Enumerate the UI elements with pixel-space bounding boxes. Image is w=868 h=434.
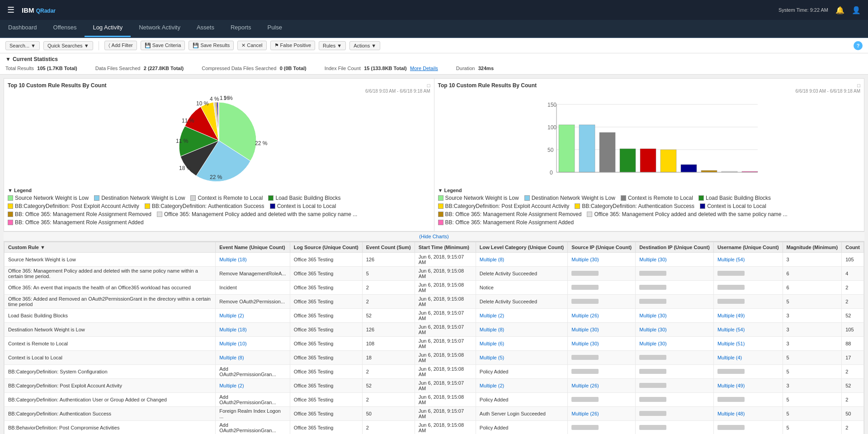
table-cell-6[interactable]: Multiple (30) bbox=[568, 253, 636, 267]
table-cell-7[interactable]: Multiple (30) bbox=[636, 309, 714, 323]
hamburger-menu[interactable]: ☰ bbox=[7, 5, 14, 15]
table-cell-7[interactable]: Multiple (30) bbox=[636, 253, 714, 267]
table-cell-0: BB:CategoryDefinition: Post Exploit Acco… bbox=[5, 379, 216, 393]
r-legend-label-10: BB: Office 365: Management Role Assignme… bbox=[445, 219, 574, 226]
table-cell-6[interactable]: Multiple (26) bbox=[568, 309, 636, 323]
th-log-source[interactable]: Log Source (Unique Count) bbox=[290, 242, 362, 253]
nav-item-offenses[interactable]: Offenses bbox=[45, 19, 85, 37]
bar-6[interactable] bbox=[660, 150, 676, 172]
more-details-link[interactable]: More Details bbox=[410, 66, 438, 71]
table-cell-5[interactable]: Multiple (2) bbox=[476, 309, 567, 323]
table-cell-4: Jun 6, 2018, 9:15:08 AM bbox=[415, 267, 476, 281]
rules-button[interactable]: Rules ▼ bbox=[319, 41, 346, 50]
hide-charts-link[interactable]: (Hide Charts) bbox=[4, 231, 864, 241]
save-results-button[interactable]: 💾 Save Results bbox=[189, 41, 234, 50]
table-cell-5[interactable]: Multiple (8) bbox=[476, 323, 567, 337]
bar-5[interactable] bbox=[640, 149, 656, 172]
table-cell-8[interactable]: Multiple (54) bbox=[713, 323, 783, 337]
table-cell-6[interactable]: Multiple (26) bbox=[568, 379, 636, 393]
th-event-count[interactable]: Event Count (Sum) bbox=[362, 242, 415, 253]
table-row[interactable]: Office 365: An event that impacts the he… bbox=[5, 281, 864, 295]
right-legend-title[interactable]: ▼ Legend bbox=[438, 188, 861, 193]
table-cell-8[interactable]: Multiple (54) bbox=[713, 253, 783, 267]
table-cell-8[interactable]: Multiple (48) bbox=[713, 407, 783, 421]
toolbar-separator bbox=[99, 41, 99, 50]
table-row[interactable]: BB:CategoryDefinition: Authentication Us… bbox=[5, 393, 864, 407]
table-cell-8 bbox=[713, 281, 783, 295]
left-legend-title[interactable]: ▼ Legend bbox=[8, 188, 430, 193]
bar-2[interactable] bbox=[579, 125, 595, 172]
stats-header[interactable]: ▼ Current Statistics bbox=[5, 56, 863, 62]
table-cell-6[interactable]: Multiple (26) bbox=[568, 407, 636, 421]
search-button[interactable]: Search... ▼ bbox=[5, 41, 40, 50]
table-cell-1[interactable]: Multiple (2) bbox=[216, 379, 290, 393]
bar-7[interactable] bbox=[681, 165, 697, 172]
nav-item-network-activity[interactable]: Network Activity bbox=[131, 19, 189, 37]
bar-4[interactable] bbox=[620, 149, 636, 172]
table-row[interactable]: BB:CategoryDefinition: Post Exploit Acco… bbox=[5, 379, 864, 393]
left-chart-expand-icon[interactable]: □ bbox=[427, 83, 430, 88]
save-criteria-button[interactable]: 💾 Save Criteria bbox=[141, 41, 185, 50]
th-count[interactable]: Count bbox=[842, 242, 864, 253]
table-cell-5[interactable]: Multiple (5) bbox=[476, 351, 567, 365]
table-cell-1[interactable]: Multiple (2) bbox=[216, 309, 290, 323]
cancel-button[interactable]: ✕ Cancel bbox=[237, 41, 266, 50]
table-cell-1[interactable]: Multiple (8) bbox=[216, 351, 290, 365]
table-cell-1[interactable]: Multiple (18) bbox=[216, 253, 290, 267]
table-cell-5[interactable]: Multiple (6) bbox=[476, 337, 567, 351]
notification-bell-icon[interactable]: 🔔 bbox=[835, 6, 844, 14]
table-cell-8 bbox=[713, 267, 783, 281]
table-row[interactable]: Office 365: Added and Removed an OAuth2P… bbox=[5, 295, 864, 309]
add-filter-button[interactable]: 〈 Add Filter bbox=[104, 41, 137, 50]
table-row[interactable]: Load Basic Building BlocksMultiple (2)Of… bbox=[5, 309, 864, 323]
table-row[interactable]: BB:BehaviorDefinition: Post Compromise A… bbox=[5, 421, 864, 434]
table-cell-7[interactable]: Multiple (30) bbox=[636, 323, 714, 337]
table-row[interactable]: Context is Local to LocalMultiple (8)Off… bbox=[5, 351, 864, 365]
th-low-level-cat[interactable]: Low Level Category (Unique Count) bbox=[476, 242, 567, 253]
table-cell-1[interactable]: Multiple (10) bbox=[216, 337, 290, 351]
th-custom-rule[interactable]: Custom Rule ▼ bbox=[5, 242, 216, 253]
table-cell-5[interactable]: Multiple (2) bbox=[476, 379, 567, 393]
table-cell-8[interactable]: Multiple (51) bbox=[713, 337, 783, 351]
table-cell-2: Office 365 Testing bbox=[290, 337, 362, 351]
table-cell-5: Auth Server Login Succeeded bbox=[476, 407, 567, 421]
th-event-name[interactable]: Event Name (Unique Count) bbox=[216, 242, 290, 253]
table-cell-8[interactable]: Multiple (4) bbox=[713, 351, 783, 365]
bar-1[interactable] bbox=[559, 125, 575, 172]
th-start-time[interactable]: Start Time (Minimum) bbox=[415, 242, 476, 253]
table-row[interactable]: Source Network Weight is LowMultiple (18… bbox=[5, 253, 864, 267]
table-row[interactable]: Context is Remote to LocalMultiple (10)O… bbox=[5, 337, 864, 351]
r-legend-item-9: Office 365: Management Policy added and … bbox=[587, 211, 787, 217]
actions-button[interactable]: Actions ▼ bbox=[349, 41, 380, 50]
th-source-ip[interactable]: Source IP (Unique Count) bbox=[568, 242, 636, 253]
nav-item-pulse[interactable]: Pulse bbox=[259, 19, 290, 37]
table-row[interactable]: Office 365: Management Policy added and … bbox=[5, 267, 864, 281]
table-cell-5[interactable]: Multiple (8) bbox=[476, 253, 567, 267]
right-chart-legend: ▼ Legend Source Network Weight is Low De… bbox=[438, 186, 861, 227]
nav-item-log-activity[interactable]: Log Activity bbox=[85, 19, 131, 37]
table-cell-8[interactable]: Multiple (49) bbox=[713, 309, 783, 323]
bar-3[interactable] bbox=[599, 132, 615, 172]
table-row[interactable]: BB:CategoryDefinition: System Configurat… bbox=[5, 365, 864, 379]
r-legend-label-9: Office 365: Management Policy added and … bbox=[594, 211, 787, 217]
help-button[interactable]: ? bbox=[854, 41, 863, 50]
quick-searches-button[interactable]: Quick Searches ▼ bbox=[43, 41, 93, 50]
bar-8[interactable] bbox=[701, 170, 717, 172]
table-row[interactable]: Destination Network Weight is LowMultipl… bbox=[5, 323, 864, 337]
user-account-icon[interactable]: 👤 bbox=[852, 6, 861, 14]
table-cell-6[interactable]: Multiple (30) bbox=[568, 323, 636, 337]
nav-item-reports[interactable]: Reports bbox=[222, 19, 259, 37]
false-positive-button[interactable]: ⚑ False Positive bbox=[270, 41, 316, 50]
table-row[interactable]: BB:CategoryDefinition: Authentication Su… bbox=[5, 407, 864, 421]
nav-item-assets[interactable]: Assets bbox=[189, 19, 222, 37]
table-cell-4: Jun 6, 2018, 9:15:08 AM bbox=[415, 295, 476, 309]
table-cell-7[interactable]: Multiple (30) bbox=[636, 337, 714, 351]
nav-item-dashboard[interactable]: Dashboard bbox=[0, 19, 45, 37]
table-cell-1[interactable]: Multiple (18) bbox=[216, 323, 290, 337]
table-cell-6[interactable]: Multiple (30) bbox=[568, 337, 636, 351]
table-cell-8[interactable]: Multiple (49) bbox=[713, 379, 783, 393]
th-magnitude[interactable]: Magnitude (Minimum) bbox=[783, 242, 842, 253]
th-dest-ip[interactable]: Destination IP (Unique Count) bbox=[636, 242, 714, 253]
right-chart-expand-icon[interactable]: □ bbox=[857, 83, 860, 88]
th-username[interactable]: Username (Unique Count) bbox=[713, 242, 783, 253]
